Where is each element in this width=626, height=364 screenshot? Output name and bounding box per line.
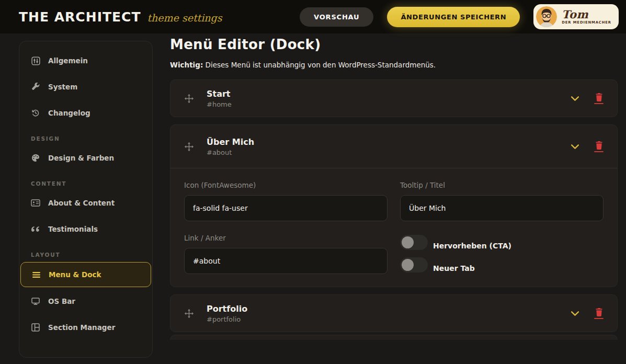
chevron-down-icon[interactable] (571, 96, 579, 101)
note-text: Dieses Menü ist unabhängig von den WordP… (203, 61, 436, 69)
quote-icon (31, 226, 40, 232)
sidebar-item-label: Menu & Dock (49, 270, 101, 279)
icon-input[interactable] (184, 195, 388, 221)
chevron-down-icon[interactable] (571, 311, 579, 316)
menu-item-row: Start #home (170, 80, 617, 117)
wrench-icon (31, 83, 40, 91)
drag-handle-icon[interactable] (184, 142, 194, 152)
topbar-actions: VORSCHAU ÄNDERUNGEN SPEICHERN Tom DER ME… (300, 4, 619, 29)
icon-field-label: Icon (FontAwesome) (184, 181, 388, 189)
drag-handle-icon[interactable] (184, 309, 194, 318)
menu-item-row: Portfolio #portfolio (170, 295, 617, 332)
user-name: Tom (562, 9, 588, 20)
sidebar-item-section-manager[interactable]: Section Manager (19, 314, 152, 340)
newtab-toggle[interactable]: Neuer Tab (400, 257, 604, 272)
menu-item-anchor: #about (207, 149, 254, 156)
toggle-switch-icon[interactable] (400, 257, 428, 272)
chevron-down-icon[interactable] (571, 144, 579, 150)
sidebar-item-system[interactable]: System (19, 74, 152, 100)
menu-item-anchor: #home (207, 100, 232, 108)
sidebar-section-layout: LAYOUT (19, 242, 152, 261)
menu-item-title: Über Mich (207, 137, 254, 147)
toggle-switch-icon[interactable] (400, 235, 428, 250)
logo-subtitle: theme settings (147, 12, 222, 24)
trash-icon[interactable] (594, 93, 604, 104)
menu-item-title: Portfolio (207, 304, 247, 314)
user-subtitle: DER MEDIENMACHER (562, 21, 611, 25)
link-field: Link / Anker (184, 234, 388, 274)
sidebar-item-design-farben[interactable]: Design & Farben (19, 145, 152, 171)
menu-items-list: Start #home (170, 79, 618, 340)
palette-icon (31, 154, 40, 162)
save-changes-button[interactable]: ÄNDERUNGEN SPEICHERN (387, 7, 520, 27)
id-card-icon (31, 199, 40, 207)
cta-toggle-label: Hervorheben (CTA) (433, 242, 511, 250)
topbar: THE ARCHITECT theme settings VORSCHAU ÄN… (0, 0, 626, 33)
menu-item-card-ueber-mich: Über Mich #about Icon (FontAwesom (170, 124, 618, 287)
sidebar-section-content: CONTENT (19, 171, 152, 190)
logo-title: THE ARCHITECT (19, 9, 141, 25)
sidebar-item-label: Section Manager (48, 323, 115, 332)
monitor-icon (31, 298, 40, 305)
sidebar-item-label: OS Bar (48, 297, 75, 305)
menu-item-row: Über Mich #about (170, 125, 617, 168)
newtab-toggle-label: Neuer Tab (433, 264, 475, 272)
drag-handle-icon[interactable] (184, 94, 194, 104)
trash-icon[interactable] (594, 141, 604, 152)
bars-icon (31, 271, 41, 278)
menu-item-anchor: #portfolio (207, 315, 247, 323)
sidebar-item-label: System (48, 83, 77, 91)
sidebar-item-menu-dock[interactable]: Menu & Dock (20, 262, 151, 287)
menu-item-card-start: Start #home (170, 79, 618, 117)
sidebar-item-label: About & Content (48, 199, 115, 207)
tooltip-field-label: Tooltip / Titel (400, 181, 604, 189)
sidebar-item-label: Design & Farben (48, 154, 114, 162)
trash-icon[interactable] (594, 308, 604, 319)
icon-field: Icon (FontAwesome) (184, 181, 388, 221)
sidebar-item-testimonials[interactable]: Testimonials (19, 216, 152, 242)
preview-button[interactable]: VORSCHAU (300, 7, 373, 27)
toggles-group: Hervorheben (CTA) Neuer Tab (400, 234, 604, 274)
app-logo: THE ARCHITECT theme settings (19, 9, 222, 25)
user-brand-badge[interactable]: Tom DER MEDIENMACHER (533, 4, 619, 29)
next-card-partial (170, 335, 618, 340)
menu-editor-panel: Menü Editor (Dock) Wichtig: Dieses Menü … (170, 33, 618, 340)
menu-item-editor: Icon (FontAwesome) Tooltip / Titel Link … (170, 168, 617, 287)
page-title: Menü Editor (Dock) (170, 37, 618, 52)
note-bold: Wichtig: (170, 61, 203, 69)
link-input[interactable] (184, 248, 388, 274)
tooltip-field: Tooltip / Titel (400, 181, 604, 221)
tooltip-input[interactable] (400, 195, 604, 221)
settings-sidebar: Allgemein System Changelog DESIGN (19, 41, 153, 358)
sidebar-item-os-bar[interactable]: OS Bar (19, 288, 152, 314)
sidebar-item-changelog[interactable]: Changelog (19, 100, 152, 126)
sidebar-section-design: DESIGN (19, 126, 152, 145)
menu-item-title: Start (207, 89, 232, 99)
sidebar-item-label: Testimonials (48, 225, 98, 233)
menu-item-card-portfolio: Portfolio #portfolio (170, 294, 618, 332)
cta-toggle[interactable]: Hervorheben (CTA) (400, 235, 604, 250)
link-field-label: Link / Anker (184, 234, 388, 242)
layout-icon (31, 323, 40, 332)
sidebar-item-about-content[interactable]: About & Content (19, 190, 152, 216)
sliders-icon (31, 56, 40, 65)
important-note: Wichtig: Dieses Menü ist unabhängig von … (170, 61, 618, 69)
avatar (536, 6, 557, 27)
history-icon (31, 109, 40, 117)
sidebar-item-label: Allgemein (48, 56, 88, 65)
sidebar-item-allgemein[interactable]: Allgemein (19, 48, 152, 74)
sidebar-item-label: Changelog (48, 109, 90, 117)
